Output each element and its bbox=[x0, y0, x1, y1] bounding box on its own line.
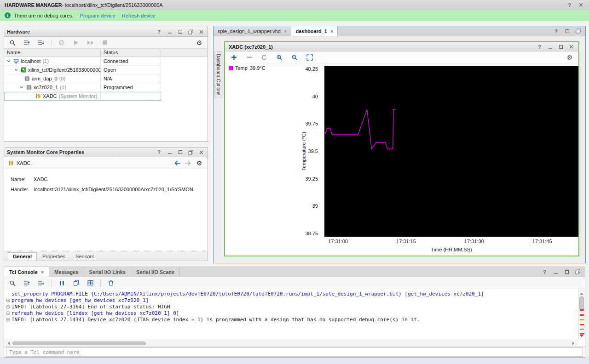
close-icon[interactable] bbox=[198, 28, 205, 35]
close-icon[interactable] bbox=[568, 43, 575, 50]
horizontal-scrollbar[interactable] bbox=[4, 340, 578, 346]
clear-console-trash-icon[interactable] bbox=[107, 279, 115, 287]
zoom-in-icon[interactable] bbox=[275, 53, 283, 62]
tree-row-arm-dap[interactable]: arm_dap_0 (0) N/A bbox=[4, 74, 161, 83]
stop-icon[interactable] bbox=[100, 39, 109, 47]
float-icon[interactable] bbox=[187, 149, 194, 156]
program-device-icon[interactable] bbox=[72, 39, 80, 47]
expand-all-icon[interactable] bbox=[37, 39, 45, 47]
tab-tcl-console[interactable]: Tcl Console × bbox=[4, 267, 49, 277]
error-marker[interactable] bbox=[580, 333, 584, 335]
hardware-panel-header[interactable]: Hardware ? bbox=[4, 27, 208, 37]
app-title-bar[interactable]: HARDWARE MANAGER - localhost/xilinx_tcf/… bbox=[0, 0, 589, 10]
collapse-all-icon[interactable] bbox=[23, 39, 31, 47]
minimize-icon[interactable] bbox=[552, 268, 559, 275]
minimize-icon[interactable] bbox=[547, 43, 554, 50]
float-icon[interactable] bbox=[187, 28, 194, 35]
tree-row-xadc[interactable]: XADC (System Monitor) bbox=[4, 92, 161, 101]
maximize-icon[interactable] bbox=[563, 268, 570, 275]
help-icon[interactable]: ? bbox=[566, 1, 573, 8]
settings-gear-icon[interactable]: ⚙ bbox=[195, 159, 203, 167]
close-icon[interactable]: × bbox=[330, 28, 333, 34]
chevron-down-icon[interactable] bbox=[13, 68, 19, 72]
refresh-icon[interactable] bbox=[260, 53, 268, 62]
close-icon[interactable] bbox=[577, 1, 584, 8]
zoom-fit-icon[interactable] bbox=[306, 53, 314, 62]
column-header-name[interactable]: Name bbox=[4, 49, 101, 57]
warning-marker[interactable] bbox=[580, 329, 584, 330]
scroll-up-icon[interactable] bbox=[580, 291, 583, 295]
float-icon[interactable] bbox=[575, 28, 582, 34]
tab-serial-io-links[interactable]: Serial I/O Links bbox=[84, 267, 131, 277]
zoom-out-icon[interactable] bbox=[290, 53, 299, 62]
help-icon[interactable]: ? bbox=[156, 149, 162, 156]
xadc-window-header[interactable]: XADC (xc7z020_1) ? bbox=[225, 42, 578, 51]
tab-vhd-file[interactable]: sple_design_1_wrapper.vhd × bbox=[214, 26, 291, 36]
run-trigger-icon[interactable] bbox=[86, 39, 94, 47]
tcl-command-input[interactable] bbox=[6, 347, 583, 357]
collapse-minus-icon[interactable] bbox=[6, 311, 10, 315]
search-icon[interactable] bbox=[8, 39, 17, 47]
dashboard-options-tab[interactable]: Dashboard Options bbox=[214, 51, 222, 97]
maximize-icon[interactable] bbox=[177, 28, 184, 35]
console-output[interactable]: set_property PROGRAM.FILE {C:/Users/ADMI… bbox=[4, 289, 585, 346]
minimize-icon[interactable] bbox=[166, 149, 173, 156]
chevron-down-icon[interactable] bbox=[19, 85, 24, 89]
close-icon[interactable]: × bbox=[41, 269, 44, 275]
help-icon[interactable]: ? bbox=[536, 43, 543, 50]
collapse-minus-icon[interactable] bbox=[6, 318, 10, 322]
scroll-right-icon[interactable] bbox=[572, 341, 576, 345]
report-table-icon[interactable] bbox=[86, 279, 94, 287]
properties-panel-header[interactable]: System Monitor Core Properties ? bbox=[4, 148, 208, 157]
vertical-scrollbar[interactable] bbox=[578, 289, 585, 340]
minimize-icon[interactable] bbox=[166, 28, 173, 35]
help-icon[interactable]: ? bbox=[541, 268, 548, 275]
back-arrow-icon[interactable] bbox=[173, 159, 181, 167]
add-sensor-plus-icon[interactable] bbox=[230, 53, 238, 62]
search-icon[interactable] bbox=[8, 279, 17, 287]
maximize-icon[interactable] bbox=[564, 28, 571, 34]
tab-general[interactable]: General bbox=[8, 252, 37, 261]
tab-serial-io-scans[interactable]: Serial I/O Scans bbox=[131, 267, 180, 277]
error-marker[interactable] bbox=[580, 309, 584, 311]
program-device-link[interactable]: Program device bbox=[80, 13, 115, 18]
tree-row-xc7z020[interactable]: xc7z020_1 (1) Programmed bbox=[4, 83, 161, 92]
help-icon[interactable]: ? bbox=[156, 28, 162, 35]
collapse-minus-icon[interactable] bbox=[6, 298, 10, 302]
copy-icon[interactable] bbox=[72, 279, 80, 287]
tab-sensors[interactable]: Sensors bbox=[71, 253, 98, 261]
close-icon[interactable] bbox=[198, 149, 205, 156]
close-icon[interactable]: × bbox=[284, 28, 287, 34]
tab-properties[interactable]: Properties bbox=[38, 253, 70, 261]
status-cell: Connected bbox=[101, 57, 161, 66]
collapse-all-icon[interactable] bbox=[23, 279, 31, 287]
settings-gear-icon[interactable]: ⚙ bbox=[566, 53, 574, 62]
remove-sensor-minus-icon[interactable] bbox=[245, 53, 253, 62]
settings-gear-icon[interactable]: ⚙ bbox=[195, 39, 203, 47]
scrollbar-thumb[interactable] bbox=[579, 296, 584, 310]
tab-messages[interactable]: Messages bbox=[49, 267, 84, 277]
maximize-icon[interactable] bbox=[557, 43, 564, 50]
scrollbar-thumb[interactable] bbox=[12, 341, 146, 345]
maximize-icon[interactable] bbox=[177, 149, 184, 156]
tree-row-localhost[interactable]: localhost (1) Connected bbox=[4, 57, 161, 66]
collapse-minus-icon[interactable] bbox=[6, 305, 10, 309]
warning-marker[interactable] bbox=[580, 319, 584, 320]
pause-output-icon[interactable] bbox=[58, 279, 66, 287]
refresh-device-link[interactable]: Refresh device bbox=[122, 13, 156, 18]
error-marker[interactable] bbox=[580, 314, 584, 316]
scroll-left-icon[interactable] bbox=[6, 341, 10, 345]
tab-dashboard-1[interactable]: dashboard_1 × bbox=[291, 26, 338, 36]
error-marker[interactable] bbox=[580, 324, 584, 325]
float-icon[interactable] bbox=[574, 268, 581, 275]
column-header-status[interactable]: Status bbox=[101, 49, 161, 57]
plot-area[interactable] bbox=[324, 66, 578, 237]
auto-connect-icon[interactable] bbox=[58, 39, 66, 47]
console-toolbar bbox=[4, 277, 585, 289]
expand-all-icon[interactable] bbox=[37, 279, 45, 287]
forward-arrow-icon[interactable] bbox=[184, 159, 192, 167]
scroll-down-icon[interactable] bbox=[580, 335, 583, 339]
chevron-down-icon[interactable] bbox=[6, 59, 12, 63]
tree-row-target[interactable]: xilinx_tcf/Digilent/251633000000A Open bbox=[4, 66, 161, 74]
help-icon[interactable]: ? bbox=[553, 28, 560, 34]
